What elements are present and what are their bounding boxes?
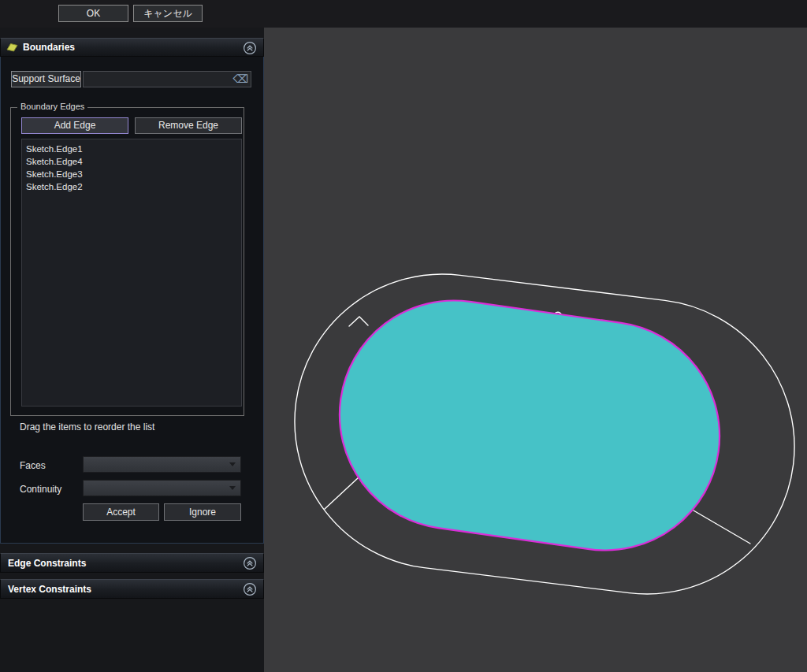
faces-dropdown[interactable] xyxy=(83,456,241,473)
accept-button[interactable]: Accept xyxy=(83,503,159,521)
boundaries-panel-title: Boundaries xyxy=(23,42,75,53)
drag-hint-text: Drag the items to reorder the list xyxy=(20,421,154,433)
edge-constraints-section[interactable]: Edge Constraints xyxy=(0,553,264,573)
edge-constraints-title: Edge Constraints xyxy=(8,558,86,569)
edge-list[interactable]: Sketch.Edge1 Sketch.Edge4 Sketch.Edge3 S… xyxy=(21,139,242,407)
support-surface-button[interactable]: Support Surface xyxy=(11,71,81,87)
boundaries-panel: Boundaries Support Surface ⌫ Boundary Ed… xyxy=(0,38,264,544)
3d-scene xyxy=(264,28,807,672)
list-item[interactable]: Sketch.Edge2 xyxy=(22,180,241,193)
edge-separator-left xyxy=(325,477,359,509)
boundary-edges-group: Boundary Edges Add Edge Remove Edge Sket… xyxy=(10,107,244,416)
vertex-constraints-title: Vertex Constraints xyxy=(8,584,91,595)
continuity-label: Continuity xyxy=(20,484,61,495)
list-item[interactable]: Sketch.Edge1 xyxy=(22,143,241,155)
support-surface-field-wrap: ⌫ xyxy=(83,71,251,87)
boundary-edges-group-title: Boundary Edges xyxy=(17,102,87,111)
support-surface-input[interactable] xyxy=(85,72,235,86)
collapse-chevron-icon[interactable] xyxy=(243,556,257,570)
edge-separator-right xyxy=(694,510,750,544)
ok-button[interactable]: OK xyxy=(58,5,128,22)
faces-label: Faces xyxy=(20,460,46,471)
clear-field-icon[interactable]: ⌫ xyxy=(232,72,248,85)
vertex-marker-topleft xyxy=(349,317,368,326)
add-edge-button[interactable]: Add Edge xyxy=(21,117,128,134)
collapse-chevron-icon[interactable] xyxy=(243,41,257,55)
cancel-button[interactable]: キャンセル xyxy=(133,5,203,22)
ignore-button[interactable]: Ignore xyxy=(164,503,241,521)
surface-icon xyxy=(6,43,18,53)
list-item[interactable]: Sketch.Edge4 xyxy=(22,155,241,168)
remove-edge-button[interactable]: Remove Edge xyxy=(135,117,242,134)
3d-viewport[interactable] xyxy=(264,28,807,672)
chevron-down-icon xyxy=(229,486,236,490)
boundaries-panel-header[interactable]: Boundaries xyxy=(0,38,264,57)
list-item[interactable]: Sketch.Edge3 xyxy=(22,168,241,180)
continuity-dropdown[interactable] xyxy=(83,480,241,496)
boundary-surface-face[interactable] xyxy=(325,286,734,566)
collapse-chevron-icon[interactable] xyxy=(243,582,257,596)
chevron-down-icon xyxy=(229,462,236,466)
vertex-constraints-section[interactable]: Vertex Constraints xyxy=(0,579,264,599)
dialog-button-bar: OK キャンセル xyxy=(0,0,807,28)
